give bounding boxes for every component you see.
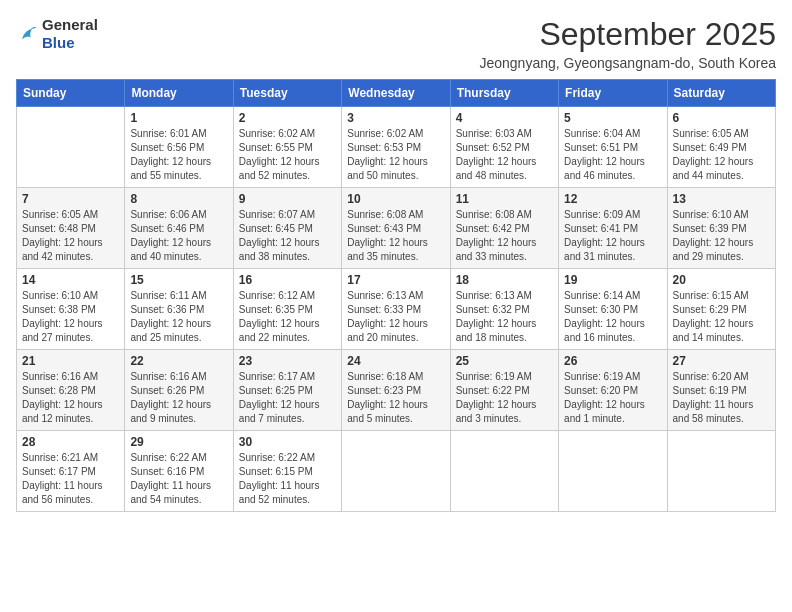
calendar-cell: 28Sunrise: 6:21 AM Sunset: 6:17 PM Dayli… (17, 431, 125, 512)
day-info: Sunrise: 6:07 AM Sunset: 6:45 PM Dayligh… (239, 208, 336, 264)
calendar-cell (342, 431, 450, 512)
calendar-cell: 27Sunrise: 6:20 AM Sunset: 6:19 PM Dayli… (667, 350, 775, 431)
day-number: 12 (564, 192, 661, 206)
calendar-cell (667, 431, 775, 512)
day-info: Sunrise: 6:18 AM Sunset: 6:23 PM Dayligh… (347, 370, 444, 426)
calendar-cell: 9Sunrise: 6:07 AM Sunset: 6:45 PM Daylig… (233, 188, 341, 269)
weekday-header-tuesday: Tuesday (233, 80, 341, 107)
weekday-header-saturday: Saturday (667, 80, 775, 107)
weekday-header-monday: Monday (125, 80, 233, 107)
day-info: Sunrise: 6:04 AM Sunset: 6:51 PM Dayligh… (564, 127, 661, 183)
calendar-cell: 12Sunrise: 6:09 AM Sunset: 6:41 PM Dayli… (559, 188, 667, 269)
day-number: 14 (22, 273, 119, 287)
calendar-cell (450, 431, 558, 512)
calendar-cell: 23Sunrise: 6:17 AM Sunset: 6:25 PM Dayli… (233, 350, 341, 431)
calendar-cell (559, 431, 667, 512)
day-info: Sunrise: 6:08 AM Sunset: 6:43 PM Dayligh… (347, 208, 444, 264)
day-number: 17 (347, 273, 444, 287)
day-number: 10 (347, 192, 444, 206)
day-info: Sunrise: 6:08 AM Sunset: 6:42 PM Dayligh… (456, 208, 553, 264)
weekday-header-friday: Friday (559, 80, 667, 107)
day-number: 15 (130, 273, 227, 287)
calendar-cell: 19Sunrise: 6:14 AM Sunset: 6:30 PM Dayli… (559, 269, 667, 350)
calendar-cell: 2Sunrise: 6:02 AM Sunset: 6:55 PM Daylig… (233, 107, 341, 188)
weekday-header-wednesday: Wednesday (342, 80, 450, 107)
week-row-5: 28Sunrise: 6:21 AM Sunset: 6:17 PM Dayli… (17, 431, 776, 512)
calendar-cell: 15Sunrise: 6:11 AM Sunset: 6:36 PM Dayli… (125, 269, 233, 350)
day-number: 13 (673, 192, 770, 206)
week-row-1: 1Sunrise: 6:01 AM Sunset: 6:56 PM Daylig… (17, 107, 776, 188)
day-info: Sunrise: 6:01 AM Sunset: 6:56 PM Dayligh… (130, 127, 227, 183)
day-number: 5 (564, 111, 661, 125)
day-number: 23 (239, 354, 336, 368)
calendar-cell: 20Sunrise: 6:15 AM Sunset: 6:29 PM Dayli… (667, 269, 775, 350)
weekday-header-sunday: Sunday (17, 80, 125, 107)
day-info: Sunrise: 6:09 AM Sunset: 6:41 PM Dayligh… (564, 208, 661, 264)
calendar-cell: 16Sunrise: 6:12 AM Sunset: 6:35 PM Dayli… (233, 269, 341, 350)
calendar-cell: 25Sunrise: 6:19 AM Sunset: 6:22 PM Dayli… (450, 350, 558, 431)
calendar-cell: 8Sunrise: 6:06 AM Sunset: 6:46 PM Daylig… (125, 188, 233, 269)
day-info: Sunrise: 6:02 AM Sunset: 6:55 PM Dayligh… (239, 127, 336, 183)
logo-bird-icon (16, 23, 38, 45)
day-info: Sunrise: 6:05 AM Sunset: 6:49 PM Dayligh… (673, 127, 770, 183)
day-info: Sunrise: 6:19 AM Sunset: 6:22 PM Dayligh… (456, 370, 553, 426)
day-number: 29 (130, 435, 227, 449)
day-info: Sunrise: 6:10 AM Sunset: 6:39 PM Dayligh… (673, 208, 770, 264)
day-number: 1 (130, 111, 227, 125)
day-number: 8 (130, 192, 227, 206)
day-info: Sunrise: 6:05 AM Sunset: 6:48 PM Dayligh… (22, 208, 119, 264)
day-info: Sunrise: 6:11 AM Sunset: 6:36 PM Dayligh… (130, 289, 227, 345)
calendar-cell: 6Sunrise: 6:05 AM Sunset: 6:49 PM Daylig… (667, 107, 775, 188)
day-info: Sunrise: 6:20 AM Sunset: 6:19 PM Dayligh… (673, 370, 770, 426)
calendar-cell: 24Sunrise: 6:18 AM Sunset: 6:23 PM Dayli… (342, 350, 450, 431)
day-number: 20 (673, 273, 770, 287)
calendar-cell: 3Sunrise: 6:02 AM Sunset: 6:53 PM Daylig… (342, 107, 450, 188)
calendar-cell: 5Sunrise: 6:04 AM Sunset: 6:51 PM Daylig… (559, 107, 667, 188)
calendar-cell: 29Sunrise: 6:22 AM Sunset: 6:16 PM Dayli… (125, 431, 233, 512)
day-number: 21 (22, 354, 119, 368)
weekday-header-thursday: Thursday (450, 80, 558, 107)
title-area: September 2025 Jeongnyang, Gyeongsangnam… (479, 16, 776, 71)
header: General Blue September 2025 Jeongnyang, … (16, 16, 776, 71)
calendar-cell: 11Sunrise: 6:08 AM Sunset: 6:42 PM Dayli… (450, 188, 558, 269)
day-number: 27 (673, 354, 770, 368)
day-info: Sunrise: 6:06 AM Sunset: 6:46 PM Dayligh… (130, 208, 227, 264)
day-number: 9 (239, 192, 336, 206)
logo-blue: Blue (42, 34, 75, 51)
day-number: 11 (456, 192, 553, 206)
weekday-header-row: SundayMondayTuesdayWednesdayThursdayFrid… (17, 80, 776, 107)
day-info: Sunrise: 6:15 AM Sunset: 6:29 PM Dayligh… (673, 289, 770, 345)
day-number: 22 (130, 354, 227, 368)
day-number: 30 (239, 435, 336, 449)
calendar-cell: 10Sunrise: 6:08 AM Sunset: 6:43 PM Dayli… (342, 188, 450, 269)
day-info: Sunrise: 6:13 AM Sunset: 6:32 PM Dayligh… (456, 289, 553, 345)
day-number: 26 (564, 354, 661, 368)
day-info: Sunrise: 6:17 AM Sunset: 6:25 PM Dayligh… (239, 370, 336, 426)
day-info: Sunrise: 6:03 AM Sunset: 6:52 PM Dayligh… (456, 127, 553, 183)
day-number: 4 (456, 111, 553, 125)
day-info: Sunrise: 6:21 AM Sunset: 6:17 PM Dayligh… (22, 451, 119, 507)
day-info: Sunrise: 6:22 AM Sunset: 6:15 PM Dayligh… (239, 451, 336, 507)
day-info: Sunrise: 6:02 AM Sunset: 6:53 PM Dayligh… (347, 127, 444, 183)
day-number: 25 (456, 354, 553, 368)
subtitle: Jeongnyang, Gyeongsangnam-do, South Kore… (479, 55, 776, 71)
week-row-4: 21Sunrise: 6:16 AM Sunset: 6:28 PM Dayli… (17, 350, 776, 431)
day-info: Sunrise: 6:14 AM Sunset: 6:30 PM Dayligh… (564, 289, 661, 345)
day-number: 6 (673, 111, 770, 125)
day-info: Sunrise: 6:22 AM Sunset: 6:16 PM Dayligh… (130, 451, 227, 507)
calendar-cell: 7Sunrise: 6:05 AM Sunset: 6:48 PM Daylig… (17, 188, 125, 269)
day-number: 28 (22, 435, 119, 449)
calendar-cell: 13Sunrise: 6:10 AM Sunset: 6:39 PM Dayli… (667, 188, 775, 269)
calendar-cell: 4Sunrise: 6:03 AM Sunset: 6:52 PM Daylig… (450, 107, 558, 188)
day-info: Sunrise: 6:16 AM Sunset: 6:26 PM Dayligh… (130, 370, 227, 426)
day-number: 3 (347, 111, 444, 125)
calendar-cell: 14Sunrise: 6:10 AM Sunset: 6:38 PM Dayli… (17, 269, 125, 350)
day-info: Sunrise: 6:10 AM Sunset: 6:38 PM Dayligh… (22, 289, 119, 345)
day-number: 24 (347, 354, 444, 368)
day-number: 18 (456, 273, 553, 287)
calendar-cell: 17Sunrise: 6:13 AM Sunset: 6:33 PM Dayli… (342, 269, 450, 350)
logo: General Blue (16, 16, 98, 52)
logo-text: General Blue (42, 16, 98, 52)
day-info: Sunrise: 6:19 AM Sunset: 6:20 PM Dayligh… (564, 370, 661, 426)
calendar-cell (17, 107, 125, 188)
